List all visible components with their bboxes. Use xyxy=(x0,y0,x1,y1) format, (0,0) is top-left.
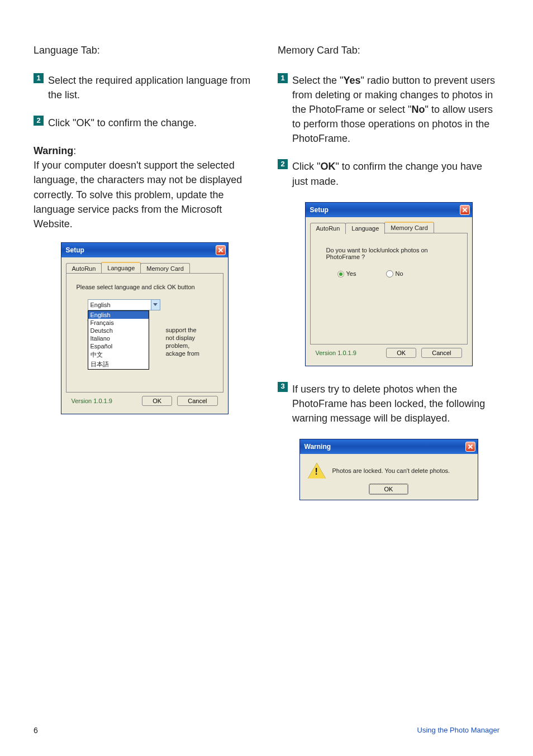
dialog-title: Setup xyxy=(66,246,84,254)
close-icon[interactable] xyxy=(465,442,475,452)
step-marker-1: 1 xyxy=(278,73,288,83)
setup-language-dialog: Setup AutoRun Language Memory Card Pleas… xyxy=(61,242,229,414)
dialog-tabs: AutoRun Language Memory Card xyxy=(66,262,223,273)
tab-memory-card[interactable]: Memory Card xyxy=(140,263,190,274)
truncated-text: ackage from xyxy=(166,350,200,357)
tab-autorun[interactable]: AutoRun xyxy=(310,223,346,234)
warning-icon: ! xyxy=(308,462,326,480)
warning-label: Warning xyxy=(34,145,73,156)
page-number: 6 xyxy=(34,726,38,735)
version-label: Version 1.0.1.9 xyxy=(72,398,112,404)
warning-dialog: Warning ! Photos are locked. You can't d… xyxy=(299,439,478,500)
ok-button[interactable]: OK xyxy=(369,484,408,494)
close-icon[interactable] xyxy=(460,205,470,215)
right-step-1: 1 Select the "Yes" radio button to preve… xyxy=(278,73,499,146)
dialog-titlebar: Setup xyxy=(306,203,472,217)
right-step-3-text: If users try to delete photos when the P… xyxy=(292,382,499,425)
list-item[interactable]: Deutsch xyxy=(88,327,149,334)
list-item[interactable]: Français xyxy=(88,319,149,327)
language-dropdown-value: English xyxy=(88,302,151,308)
language-dropdown[interactable]: English xyxy=(88,299,160,310)
ok-button[interactable]: OK xyxy=(142,396,172,406)
setup-memorycard-dialog: Setup AutoRun Language Memory Card Do yo… xyxy=(305,202,473,366)
cancel-button[interactable]: Cancel xyxy=(177,396,217,406)
chevron-down-icon[interactable] xyxy=(151,300,160,310)
page-footer: 6 Using the Photo Manager xyxy=(34,726,499,735)
left-step-1-text: Select the required application language… xyxy=(48,73,255,102)
radio-yes[interactable]: Yes xyxy=(337,270,358,277)
warning-message: Photos are locked. You can't delete phot… xyxy=(332,467,450,474)
truncated-text: not display xyxy=(166,334,200,342)
tab-autorun[interactable]: AutoRun xyxy=(66,263,102,274)
radio-unselected-icon xyxy=(386,270,393,277)
version-label: Version 1.0.1.9 xyxy=(316,350,356,356)
left-step-1: 1 Select the required application langua… xyxy=(34,73,255,102)
warning-block: Warning: If your computer doesn't suppor… xyxy=(34,143,255,231)
right-step-3: 3 If users try to delete photos when the… xyxy=(278,382,499,425)
step-marker-3: 3 xyxy=(278,382,288,392)
right-step-2: 2 Click "OK" to confirm the change you h… xyxy=(278,159,499,188)
radio-no[interactable]: No xyxy=(386,270,403,277)
list-item[interactable]: Italiano xyxy=(88,334,149,342)
lang-instruction: Please select language and click OK butt… xyxy=(77,284,213,290)
left-step-2: 2 Click "OK" to confirm the change. xyxy=(34,116,255,130)
dialog-tabs: AutoRun Language Memory Card xyxy=(310,222,468,233)
step-marker-2: 2 xyxy=(278,159,288,169)
left-heading: Language Tab: xyxy=(34,45,255,56)
left-step-2-text: Click "OK" to confirm the change. xyxy=(48,116,255,130)
truncated-text: support the xyxy=(166,326,200,334)
truncated-text: problem, xyxy=(166,342,200,350)
right-heading: Memory Card Tab: xyxy=(278,45,499,56)
cancel-button[interactable]: Cancel xyxy=(421,348,461,358)
tab-language[interactable]: Language xyxy=(101,262,141,273)
step-marker-1: 1 xyxy=(34,73,44,83)
radio-selected-icon xyxy=(337,271,344,277)
dialog-titlebar: Setup xyxy=(61,243,228,257)
list-item[interactable]: 中文 xyxy=(88,350,149,360)
step-marker-2: 2 xyxy=(34,116,44,126)
list-item[interactable]: 日本語 xyxy=(88,360,149,369)
right-step-2-text: Click "OK" to confirm the change you hav… xyxy=(292,159,499,188)
dialog-titlebar: Warning xyxy=(300,439,478,454)
footer-link[interactable]: Using the Photo Manager xyxy=(417,726,499,735)
right-step-1-text: Select the "Yes" radio button to prevent… xyxy=(292,73,499,146)
warning-body-text: If your computer doesn't support the sel… xyxy=(34,160,242,229)
dialog-title: Warning xyxy=(304,443,331,451)
tab-language[interactable]: Language xyxy=(345,223,385,234)
list-item[interactable]: English xyxy=(88,311,149,319)
tab-memory-card[interactable]: Memory Card xyxy=(384,222,434,233)
lock-question: Do you want to lock/unlock photos on Pho… xyxy=(326,247,457,260)
close-icon[interactable] xyxy=(216,245,226,255)
language-listbox[interactable]: English Français Deutsch Italiano Españo… xyxy=(88,310,149,370)
dialog-title: Setup xyxy=(310,206,329,214)
list-item[interactable]: Español xyxy=(88,342,149,350)
ok-button[interactable]: OK xyxy=(386,348,416,358)
